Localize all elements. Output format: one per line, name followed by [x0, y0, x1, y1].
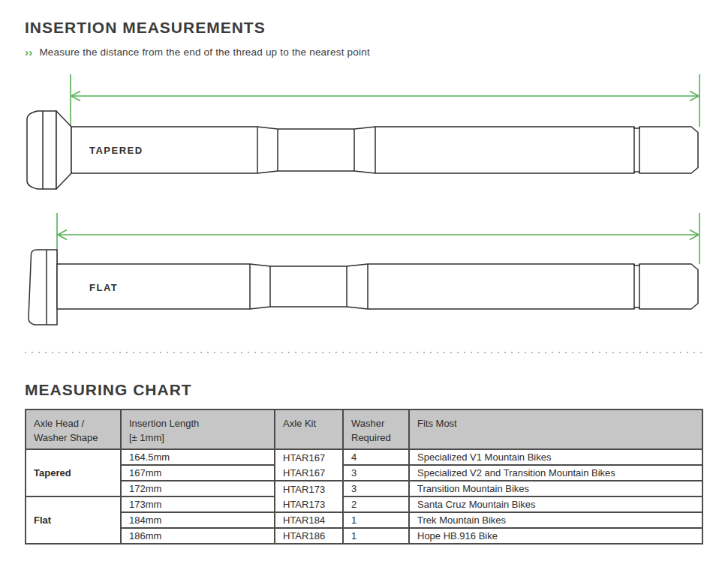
flat-label: FLAT — [89, 282, 118, 293]
manual-page: INSERTION MEASUREMENTS ›› Measure the di… — [0, 0, 728, 582]
dotted-divider — [25, 352, 703, 353]
col-header-fits-most: Fits Most — [409, 410, 702, 449]
tapered-label: TAPERED — [89, 145, 143, 156]
axle-kit-cell: HTAR186 — [275, 528, 343, 544]
table-row: 172mm HTAR173 3 Transition Mountain Bike… — [26, 481, 702, 496]
flat-axle-outline — [29, 250, 698, 325]
flat-axle-drawing: FLAT — [0, 208, 728, 328]
shape-cell-tapered: Tapered — [26, 449, 121, 496]
table-row: 186mm HTAR186 1 Hope HB.916 Bike — [26, 528, 702, 544]
washer-required-cell: 1 — [343, 512, 409, 528]
insertion-measurements-title: INSERTION MEASUREMENTS — [25, 19, 266, 37]
fits-most-cell: Trek Mountain Bikes — [409, 512, 702, 528]
fits-most-cell: Santa Cruz Mountain Bikes — [409, 496, 702, 512]
shape-cell-flat: Flat — [26, 496, 121, 544]
col-header-insertion-length: Insertion Length [± 1mm] — [121, 410, 275, 449]
washer-required-cell: 3 — [343, 481, 409, 496]
measuring-chart-title: MEASURING CHART — [25, 381, 192, 399]
washer-required-cell: 1 — [343, 528, 409, 544]
insertion-length-cell: 184mm — [121, 512, 275, 528]
insertion-length-cell: 164.5mm — [121, 449, 275, 465]
table-row: Tapered 164.5mm HTAR167 4 Specialized V1… — [26, 449, 702, 465]
table-row: 184mm HTAR184 1 Trek Mountain Bikes — [26, 512, 702, 528]
measure-instruction-text: Measure the distance from the end of the… — [39, 46, 369, 58]
fits-most-cell: Specialized V1 Mountain Bikes — [409, 449, 702, 465]
flat-dimension-arrow — [57, 213, 699, 264]
insertion-length-cell: 172mm — [121, 481, 275, 496]
fits-most-cell: Hope HB.916 Bike — [409, 528, 702, 544]
washer-required-cell: 2 — [343, 496, 409, 512]
tapered-axle-diagram: TAPERED — [0, 72, 728, 192]
flat-axle-diagram: FLAT — [0, 208, 728, 328]
axle-kit-cell: HTAR173 — [275, 481, 343, 496]
insertion-length-cell: 167mm — [121, 465, 275, 481]
chevrons-icon: ›› — [25, 46, 32, 58]
table-header-row: Axle Head / Washer Shape Insertion Lengt… — [26, 410, 702, 449]
fits-most-cell: Specialized V2 and Transition Mountain B… — [409, 465, 702, 481]
col-header-axle-head-washer-shape: Axle Head / Washer Shape — [26, 410, 121, 449]
table-row: Flat 173mm HTAR173 2 Santa Cruz Mountain… — [26, 496, 702, 512]
col-header-washer-required: Washer Required — [343, 410, 409, 449]
tapered-dimension-arrow — [71, 74, 699, 127]
col-header-axle-kit: Axle Kit — [275, 410, 343, 449]
insertion-length-cell: 186mm — [121, 528, 275, 544]
washer-required-cell: 3 — [343, 465, 409, 481]
measuring-chart-table: Axle Head / Washer Shape Insertion Lengt… — [25, 409, 703, 544]
axle-kit-cell: HTAR173 — [275, 496, 343, 512]
axle-kit-cell: HTAR184 — [275, 512, 343, 528]
fits-most-cell: Transition Mountain Bikes — [409, 481, 702, 496]
tapered-axle-drawing: TAPERED — [0, 72, 728, 192]
axle-kit-cell: HTAR167 — [275, 449, 343, 465]
table-row: 167mm HTAR167 3 Specialized V2 and Trans… — [26, 465, 702, 481]
washer-required-cell: 4 — [343, 449, 409, 465]
axle-kit-cell: HTAR167 — [275, 465, 343, 481]
measure-instruction: ›› Measure the distance from the end of … — [25, 46, 370, 58]
insertion-length-cell: 173mm — [121, 496, 275, 512]
